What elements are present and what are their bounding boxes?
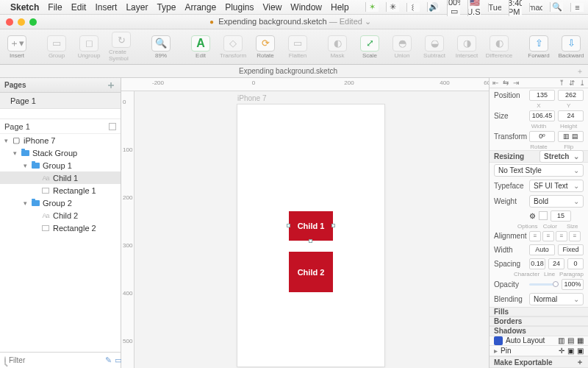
align-right-icon[interactable]: ⇥ <box>513 79 519 87</box>
status-user[interactable]: mac <box>529 3 542 12</box>
align-left-icon[interactable]: ⇤ <box>492 79 498 87</box>
menu-help[interactable]: Help <box>331 2 349 13</box>
rotate-input[interactable]: 0º <box>529 131 555 142</box>
font-size-input[interactable]: 15 <box>551 210 571 222</box>
status-battery[interactable]: 100% ▭ <box>447 0 460 16</box>
scale-button[interactable]: ⤢Scale <box>357 35 382 59</box>
pos-y-input[interactable]: 262 <box>558 90 584 101</box>
make-exportable[interactable]: Make Exportable＋ <box>490 356 588 368</box>
canvas[interactable]: -200 0 200 400 600 0 100 200 300 400 500… <box>121 78 489 368</box>
status-notifications-icon[interactable]: ≡ <box>570 3 584 12</box>
menu-edit[interactable]: Edit <box>71 2 87 13</box>
union-button[interactable]: ◓Union <box>390 35 415 59</box>
resize-handle[interactable] <box>331 224 335 227</box>
align-center-icon[interactable]: ⇆ <box>503 79 509 87</box>
width-fixed[interactable]: Fixed <box>558 244 584 255</box>
ungroup-button[interactable]: ◻Ungroup <box>76 35 101 59</box>
text-options-button[interactable]: ⚙ <box>529 212 536 220</box>
status-spotlight-icon[interactable]: 🔍 <box>550 2 563 12</box>
layer-group-2[interactable]: ▾Group 2 <box>0 197 121 209</box>
status-day[interactable]: Tue <box>488 3 501 12</box>
mask-button[interactable]: ◐Mask <box>325 35 350 59</box>
layer-rectangle-1[interactable]: Rectangle 1 <box>0 184 121 197</box>
edit-button[interactable]: AEdit <box>188 35 213 59</box>
transform-button[interactable]: ◇Transform <box>220 35 245 59</box>
create-symbol-button[interactable]: ↻Create Symbol <box>109 32 134 62</box>
resize-handle[interactable] <box>287 224 290 227</box>
blending-select[interactable]: Normal <box>529 293 584 305</box>
group-button[interactable]: ▭Group <box>44 35 69 59</box>
width-auto[interactable]: Auto <box>529 244 555 255</box>
pin-icon[interactable]: ▣ <box>577 347 584 355</box>
para-spacing[interactable]: 0 <box>567 258 584 269</box>
layer-rectangle-2[interactable]: Rectangle 2 <box>0 222 121 234</box>
filter-tool-icon[interactable]: ✎ <box>105 355 112 365</box>
stack-h-icon[interactable]: ▤ <box>567 336 574 344</box>
difference-button[interactable]: ◐Difference <box>487 35 512 59</box>
fills-section[interactable]: Fills <box>490 307 588 316</box>
stack-v-icon[interactable]: ▥ <box>558 336 564 344</box>
layer-child-2[interactable]: AaChild 2 <box>0 209 121 222</box>
flatten-button[interactable]: ▭Flatten <box>285 35 310 59</box>
page-item[interactable]: Page 1 <box>0 93 121 109</box>
menu-file[interactable]: File <box>48 2 62 13</box>
artboard-label[interactable]: iPhone 7 <box>237 94 266 102</box>
width-input[interactable]: 106.45 <box>529 110 555 121</box>
forward-button[interactable]: ⇧Forward <box>526 35 551 59</box>
pos-x-input[interactable]: 135 <box>529 90 555 101</box>
menu-type[interactable]: Type <box>157 2 176 13</box>
layer-child-1[interactable]: AaChild 1 <box>0 171 121 184</box>
subtract-button[interactable]: ◒Subtract <box>422 35 447 59</box>
flip-buttons[interactable]: ▥ ▤ <box>558 131 584 142</box>
menu-window[interactable]: Window <box>290 2 322 13</box>
filter-input[interactable] <box>9 356 102 364</box>
pin-icon[interactable]: ✛ <box>559 347 564 355</box>
zoom-control[interactable]: 🔍89% <box>148 35 173 59</box>
add-page-button[interactable]: ＋ <box>106 79 116 92</box>
opacity-slider[interactable] <box>529 283 559 286</box>
status-evernote-icon[interactable]: ✶ <box>365 2 379 12</box>
resizing-select[interactable]: Stretch <box>539 150 584 163</box>
text-style-select[interactable]: No Text Style <box>494 164 584 177</box>
layer-stack-group[interactable]: ▾Stack Group <box>0 146 121 159</box>
new-tab-button[interactable]: ＋ <box>576 65 588 78</box>
insert-button[interactable]: ＋▾Insert <box>4 35 29 59</box>
resize-handle[interactable] <box>309 239 312 243</box>
artboard[interactable]: Child 1 Child 2 <box>237 105 384 367</box>
text-align-buttons[interactable]: ≡≡≡≡ <box>529 231 581 241</box>
align-bottom-icon[interactable]: ⤓ <box>579 79 585 87</box>
align-top-icon[interactable]: ⤒ <box>559 79 564 87</box>
backward-button[interactable]: ⇩Backward <box>559 35 584 59</box>
menu-layer[interactable]: Layer <box>126 2 148 13</box>
tab-expending[interactable]: Expending background.sketch <box>239 67 337 75</box>
stack-grid-icon[interactable]: ▦ <box>577 336 584 344</box>
status-input-flag[interactable]: 🇺🇸 U.S. <box>467 0 481 16</box>
opacity-input[interactable]: 100% <box>562 279 584 290</box>
canvas-child-1[interactable]: Child 1 <box>289 211 333 241</box>
intersect-button[interactable]: ◑Intersect <box>454 35 479 59</box>
rotate-button[interactable]: ⟳Rotate <box>253 35 278 59</box>
close-button[interactable] <box>6 18 13 26</box>
borders-section[interactable]: Borders <box>490 316 588 326</box>
height-input[interactable]: 24 <box>558 110 584 121</box>
zoom-button[interactable] <box>29 18 37 26</box>
line-spacing[interactable]: 24 <box>548 258 564 269</box>
char-spacing[interactable]: 0.18 <box>529 258 545 269</box>
minimize-button[interactable] <box>18 18 25 26</box>
auto-layout-row[interactable]: Auto Layout▥▤▦ <box>490 336 588 347</box>
menu-plugins[interactable]: Plugins <box>225 2 254 13</box>
pin-icon[interactable]: ▣ <box>567 347 574 355</box>
align-middle-icon[interactable]: ⇵ <box>569 79 575 87</box>
layer-artboard[interactable]: ▾▢iPhone 7 <box>0 134 121 146</box>
weight-select[interactable]: Bold <box>529 195 584 208</box>
status-volume-icon[interactable]: 🔊 <box>427 2 440 12</box>
shadows-section[interactable]: Shadows <box>490 326 588 336</box>
typeface-select[interactable]: SF UI Text <box>529 180 584 192</box>
menu-view[interactable]: View <box>263 2 282 13</box>
status-time[interactable]: 3:40 PM <box>509 0 522 16</box>
text-color-swatch[interactable] <box>539 211 548 220</box>
canvas-child-2[interactable]: Child 2 <box>289 252 333 292</box>
menu-app[interactable]: Sketch <box>10 2 39 13</box>
layer-group-1[interactable]: ▾Group 1 <box>0 159 121 171</box>
pin-row[interactable]: ▸Pin✛▣▣ <box>490 346 588 356</box>
